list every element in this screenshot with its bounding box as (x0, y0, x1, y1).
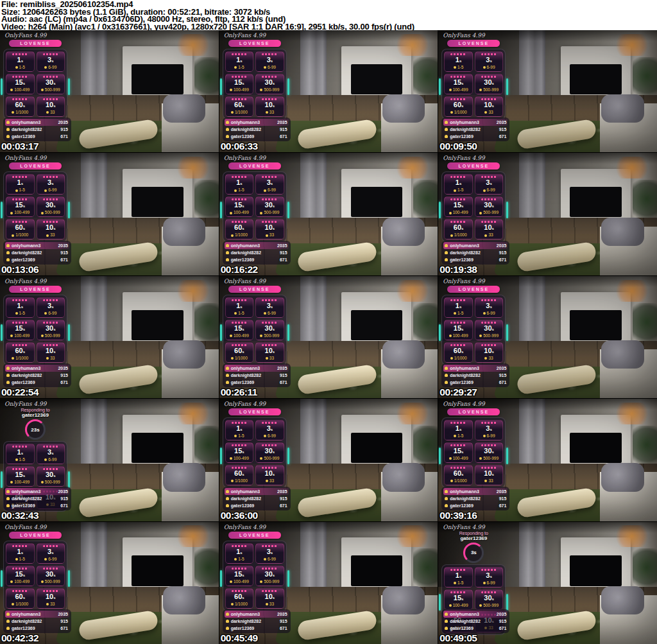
tip-tile: 1s1-5 (6, 543, 35, 564)
supporter-amount: 671 (499, 257, 507, 263)
supporter-amount: 2035 (277, 489, 287, 494)
supporter-row: darknight8282915 (443, 618, 508, 625)
coin-icon (231, 357, 234, 360)
lovense-badge: LOVENSE (9, 286, 62, 293)
trophy-icon (6, 620, 10, 623)
vibration-pattern-icon (481, 221, 497, 223)
coin-icon (264, 312, 266, 315)
tile-token-range: 6-99 (476, 580, 502, 586)
tip-tile: 15s100-499 (6, 196, 35, 217)
supporter-name: gater12369 (226, 134, 255, 139)
vibration-pattern-icon (262, 221, 277, 223)
supporter-amount: 915 (280, 372, 287, 378)
coin-icon (44, 458, 47, 461)
level-meter-icon (506, 448, 508, 464)
lovense-badge: LOVENSE (9, 40, 62, 47)
tile-duration: 60s (226, 224, 253, 232)
supporters-panel: onlyhumann32035darknight8282915gater1236… (3, 241, 71, 265)
tip-tile: 1s1-5 (225, 174, 254, 195)
level-meter-icon (506, 594, 508, 611)
tile-duration: 15s (445, 595, 472, 603)
timestamp-overlay: 00:36:00 (221, 510, 258, 521)
coin-icon (450, 357, 453, 360)
level-meter-icon (220, 570, 222, 587)
stream-overlay: OnlyFans 4.99 LOVENSE Responding to gate… (223, 32, 287, 119)
tile-token-range: 500-999 (257, 579, 283, 584)
vibration-pattern-icon (43, 322, 58, 324)
coin-icon (266, 480, 268, 482)
trophy-icon (226, 504, 229, 507)
coin-icon (46, 234, 49, 237)
supporter-name: darknight8282 (6, 618, 42, 624)
vibration-pattern-icon (450, 198, 466, 200)
tile-duration: 3s (257, 57, 283, 65)
level-meter-icon (68, 324, 70, 341)
coin-icon (46, 357, 49, 360)
coin-icon (454, 435, 456, 437)
tip-menu: 1s1-53s6-9915s100-49930s500-99960s1/1000… (223, 49, 287, 119)
vibration-pattern-icon (232, 198, 247, 200)
tile-token-range: 100-499 (226, 456, 253, 461)
vibration-pattern-icon (481, 467, 497, 469)
thumbnail: OnlyFans 4.99 LOVENSE Responding to gate… (438, 153, 657, 275)
supporter-amount: 2035 (277, 611, 287, 617)
tip-tile: 60s1/1000 (225, 465, 254, 485)
platform-watermark: OnlyFans 4.99 (441, 524, 506, 530)
supporter-row: gater12369671 (5, 502, 69, 509)
thumbnail: OnlyFans 4.99 LOVENSE Responding to gate… (0, 153, 219, 275)
tile-token-range: 1-5 (226, 311, 253, 316)
tile-token-range: 33 (476, 478, 502, 483)
trophy-icon (6, 128, 10, 131)
tile-token-range: 1/1000 (226, 110, 253, 115)
coin-icon (483, 189, 486, 192)
supporter-amount: 671 (499, 379, 507, 385)
coin-icon (484, 480, 487, 482)
stream-overlay: OnlyFans 4.99 LOVENSE Responding to gate… (223, 401, 287, 488)
tip-tile: 30s500-999 (475, 442, 504, 463)
vibration-pattern-icon (262, 98, 277, 100)
supporter-amount: 671 (280, 625, 287, 631)
countdown-ring-icon: 23s (25, 419, 46, 440)
level-meter-icon (220, 202, 222, 218)
tip-tile: 1s1-5 (444, 420, 473, 440)
coin-icon (230, 89, 232, 91)
countdown-value: 3s (471, 550, 477, 555)
supporter-amount: 671 (499, 503, 507, 509)
tile-token-range: 100-499 (7, 579, 33, 584)
supporter-name: gater12369 (6, 503, 35, 509)
supporter-name: onlyhumann3 (445, 365, 479, 371)
tile-duration: 1s (7, 548, 33, 557)
timestamp-overlay: 00:22:54 (1, 387, 38, 398)
tile-token-range: 500-999 (38, 210, 64, 215)
trophy-icon (445, 497, 448, 500)
tile-token-range: 33 (476, 110, 502, 115)
supporter-row: darknight8282915 (225, 618, 289, 625)
coin-icon (41, 335, 44, 337)
tile-token-range: 33 (257, 110, 283, 115)
tip-menu: 1s1-53s6-9915s100-49930s500-99960s1/1000… (441, 171, 506, 242)
platform-watermark: OnlyFans 4.99 (441, 278, 506, 284)
tip-tile: 3s6-99 (37, 174, 65, 195)
tile-token-range: 33 (38, 232, 64, 238)
tile-duration: 60s (7, 224, 33, 232)
tile-token-range: 1/1000 (445, 110, 472, 115)
tip-tile: 60s1/1000 (444, 219, 473, 239)
coin-icon (260, 457, 262, 460)
tile-duration: 30s (38, 571, 64, 579)
coin-icon (454, 582, 456, 584)
tile-token-range: 33 (257, 356, 283, 361)
header-line: Video: h264 (Main) (avc1 / 0x31637661), … (1, 23, 657, 31)
tip-tile: 1s1-5 (225, 420, 254, 440)
tip-menu: 1s1-53s6-9915s100-49930s500-99960s1/1000… (3, 541, 67, 611)
vibration-pattern-icon (43, 98, 58, 100)
supporter-row: onlyhumann32035 (5, 242, 69, 249)
tile-token-range: 1-5 (226, 187, 253, 193)
vibration-pattern-icon (43, 344, 58, 346)
tile-token-range: 100-499 (445, 210, 472, 215)
tile-token-range: 6-99 (257, 557, 283, 562)
coin-icon (450, 234, 453, 237)
supporter-row: darknight8282915 (5, 495, 69, 502)
tile-duration: 30s (38, 325, 64, 333)
tile-token-range: 1/1000 (445, 478, 472, 483)
coin-icon (234, 558, 237, 561)
